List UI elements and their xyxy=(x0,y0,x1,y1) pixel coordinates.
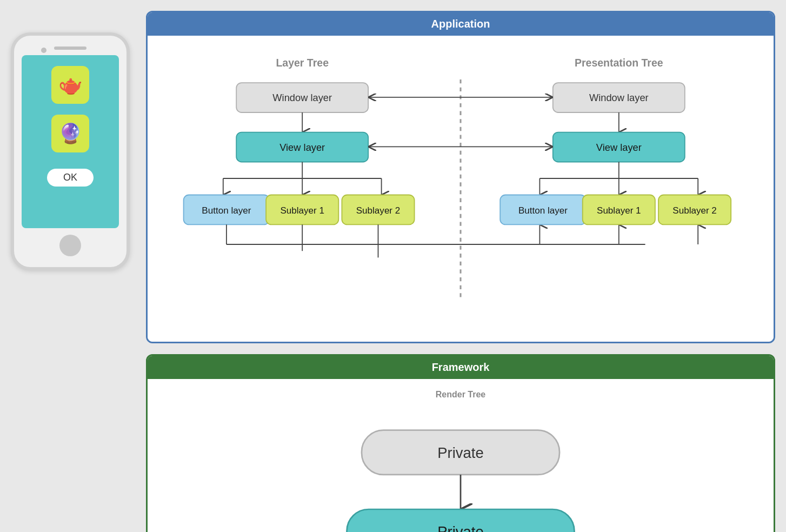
phone-speaker xyxy=(54,46,86,50)
svg-text:Button layer: Button layer xyxy=(202,205,251,216)
svg-text:Window layer: Window layer xyxy=(589,92,649,103)
gem-button[interactable]: 🔮 xyxy=(51,115,89,152)
phone-mockup: 🫖 🔮 OK xyxy=(11,32,130,270)
framework-diagram: Private Private Private xyxy=(164,410,757,532)
phone-home-button[interactable] xyxy=(59,235,81,256)
phone-camera xyxy=(41,48,46,53)
gem-icon: 🔮 xyxy=(58,122,83,145)
ok-button[interactable]: OK xyxy=(47,169,94,187)
svg-text:View layer: View layer xyxy=(279,142,325,153)
svg-text:Layer Tree: Layer Tree xyxy=(276,57,329,69)
svg-text:Button layer: Button layer xyxy=(518,205,568,216)
svg-text:Sublayer 1: Sublayer 1 xyxy=(597,205,641,216)
render-tree-label: Render Tree xyxy=(164,390,757,400)
main-container: 🫖 🔮 OK Application Layer Tree Presentati… xyxy=(11,11,775,532)
svg-text:Private: Private xyxy=(437,444,483,461)
svg-text:Sublayer 2: Sublayer 2 xyxy=(356,205,401,216)
framework-panel: Framework Render Tree Private Private xyxy=(146,354,775,532)
application-panel-header: Application xyxy=(148,12,774,36)
framework-panel-body: Render Tree Private Private xyxy=(148,379,774,532)
svg-text:Sublayer 1: Sublayer 1 xyxy=(280,205,324,216)
right-panels: Application Layer Tree Presentation Tree… xyxy=(146,11,775,532)
teapot-icon: 🫖 xyxy=(58,74,83,96)
teapot-button[interactable]: 🫖 xyxy=(51,66,89,104)
framework-panel-header: Framework xyxy=(148,356,774,379)
svg-text:Presentation Tree: Presentation Tree xyxy=(575,57,663,69)
svg-text:View layer: View layer xyxy=(596,142,642,153)
application-panel: Application Layer Tree Presentation Tree… xyxy=(146,11,775,343)
application-panel-body: Layer Tree Presentation Tree Window laye… xyxy=(148,36,774,342)
svg-text:Sublayer 2: Sublayer 2 xyxy=(672,205,717,216)
phone-screen: 🫖 🔮 OK xyxy=(22,55,119,228)
application-diagram: Layer Tree Presentation Tree Window laye… xyxy=(164,46,757,323)
svg-text:Window layer: Window layer xyxy=(272,92,332,103)
svg-text:Private: Private xyxy=(437,524,483,532)
